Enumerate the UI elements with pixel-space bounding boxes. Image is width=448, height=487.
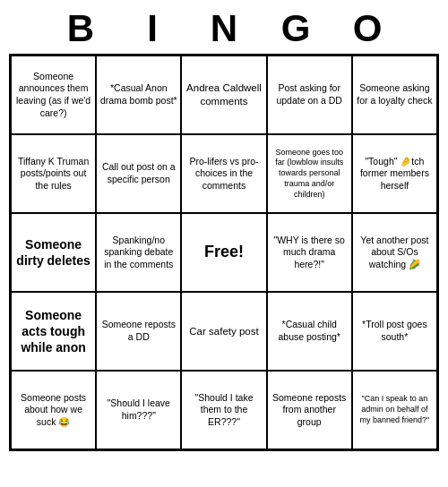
bingo-cell-1[interactable]: *Casual Anon drama bomb post* (96, 56, 181, 134)
bingo-cell-2[interactable]: Andrea Caldwell comments (181, 56, 266, 134)
letter-b: B (45, 7, 116, 50)
bingo-cell-11[interactable]: Spanking/no spanking debate in the comme… (96, 213, 181, 292)
bingo-cell-9[interactable]: "Tough" 🤌tch former members herself (352, 134, 437, 213)
bingo-cell-14[interactable]: Yet another post about S/Os watching 🌽 (352, 213, 437, 292)
bingo-cell-15[interactable]: Someone acts tough while anon (11, 292, 96, 371)
bingo-cell-23[interactable]: Someone reposts from another group (267, 371, 352, 449)
bingo-grid: Someone announces them leaving (as if we… (9, 54, 439, 451)
bingo-title: B I N G O (0, 0, 448, 54)
bingo-cell-8[interactable]: Someone goes too far (lowblow insults to… (267, 134, 352, 213)
bingo-cell-20[interactable]: Someone posts about how we suck 😂 (11, 371, 96, 449)
letter-i: I (116, 7, 188, 50)
bingo-cell-24[interactable]: "Can I speak to an admin on behalf of my… (352, 371, 437, 449)
bingo-cell-7[interactable]: Pro-lifers vs pro-choices in the comment… (181, 134, 266, 213)
bingo-cell-4[interactable]: Someone asking for a loyalty check (352, 56, 437, 134)
bingo-cell-5[interactable]: Tiffany K Truman posts/points out the ru… (11, 134, 96, 213)
bingo-cell-19[interactable]: *Troll post goes south* (352, 292, 437, 371)
bingo-cell-18[interactable]: *Casual child abuse posting* (267, 292, 352, 371)
bingo-cell-3[interactable]: Post asking for update on a DD (267, 56, 352, 134)
bingo-cell-10[interactable]: Someone dirty deletes (11, 213, 96, 292)
letter-g: G (260, 7, 332, 50)
bingo-cell-6[interactable]: Call out post on a specific person (96, 134, 181, 213)
bingo-cell-16[interactable]: Someone reposts a DD (96, 292, 181, 371)
bingo-cell-13[interactable]: "WHY is there so much drama here?!" (267, 213, 352, 292)
bingo-cell-12[interactable]: Free! (181, 213, 266, 292)
bingo-cell-17[interactable]: Car safety post (181, 292, 266, 371)
bingo-cell-0[interactable]: Someone announces them leaving (as if we… (11, 56, 96, 134)
bingo-cell-22[interactable]: "Should I take them to the ER???" (181, 371, 266, 449)
letter-o: O (332, 7, 403, 50)
letter-n: N (188, 7, 260, 50)
bingo-cell-21[interactable]: "Should I leave him???" (96, 371, 181, 449)
